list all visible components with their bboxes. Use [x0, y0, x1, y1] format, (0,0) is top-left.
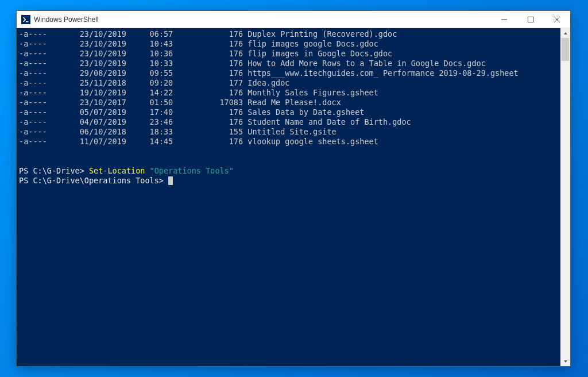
file-row: -a---- 06/10/2018 18:33 155 Untitled Sit… [19, 127, 558, 137]
prompt-line-2[interactable]: PS C:\G-Drive\Operations Tools> [19, 176, 558, 186]
prompt-prefix: PS C:\G-Drive\Operations Tools> [19, 176, 168, 185]
terminal-area: -a---- 23/10/2019 06:57 176 Duplex Print… [17, 28, 570, 366]
scroll-track[interactable] [560, 38, 570, 356]
file-row: -a---- 19/10/2019 14:22 176 Monthly Sale… [19, 88, 558, 98]
file-row: -a---- 23/10/2019 06:57 176 Duplex Print… [19, 29, 558, 39]
minimize-button[interactable] [491, 11, 517, 28]
cmdlet: Set-Location [89, 166, 145, 175]
scroll-down-arrow[interactable] [560, 356, 570, 366]
powershell-window: Windows PowerShell -a---- 23/10/2019 06:… [16, 10, 571, 367]
file-row: -a---- 29/08/2019 09:55 176 https___www.… [19, 68, 558, 78]
cursor [168, 176, 173, 185]
window-title: Windows PowerShell [34, 16, 491, 24]
file-row: -a---- 23/10/2019 10:36 176 flip images … [19, 49, 558, 59]
file-row: -a---- 25/11/2018 09:20 177 Idea.gdoc [19, 78, 558, 88]
vertical-scrollbar[interactable] [560, 28, 570, 366]
blank-line [19, 147, 558, 156]
file-row: -a---- 23/10/2019 10:43 176 flip images … [19, 39, 558, 49]
file-row: -a---- 04/07/2019 23:46 176 Student Name… [19, 117, 558, 127]
titlebar[interactable]: Windows PowerShell [17, 11, 570, 28]
terminal-output[interactable]: -a---- 23/10/2019 06:57 176 Duplex Print… [17, 28, 560, 366]
prompt-line-1: PS C:\G-Drive> Set-Location "Operations … [19, 166, 558, 176]
file-row: -a---- 11/07/2019 14:45 176 vlookup goog… [19, 137, 558, 147]
file-row: -a---- 23/10/2017 01:50 17083 Read Me Pl… [19, 98, 558, 107]
file-row: -a---- 23/10/2019 10:33 176 How to Add M… [19, 59, 558, 68]
scroll-thumb[interactable] [562, 38, 569, 61]
cmd-arg: "Operations Tools" [145, 166, 233, 175]
powershell-icon [21, 15, 30, 24]
prompt-prefix: PS C:\G-Drive> [19, 166, 89, 175]
close-button[interactable] [544, 11, 570, 28]
window-controls [491, 11, 570, 28]
scroll-up-arrow[interactable] [560, 28, 570, 38]
maximize-button[interactable] [517, 11, 544, 28]
file-row: -a---- 05/07/2019 17:40 176 Sales Data b… [19, 107, 558, 117]
svg-rect-1 [528, 17, 533, 22]
blank-line [19, 156, 558, 166]
